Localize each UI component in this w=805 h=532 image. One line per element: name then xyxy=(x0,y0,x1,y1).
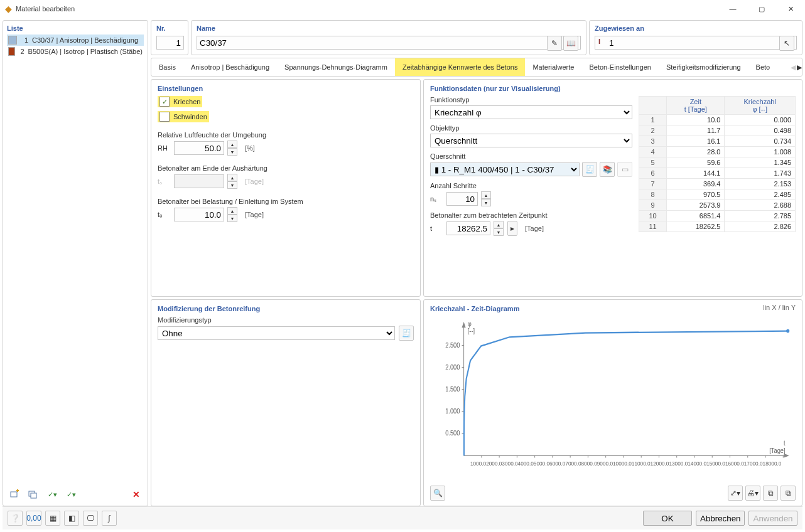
function-data-title: Funktionsdaten (nur zur Visualisierung) xyxy=(430,85,796,92)
swatch-icon xyxy=(8,36,17,45)
t-spinner[interactable]: ▲▼ xyxy=(494,221,504,236)
steps-label: Anzahl Schritte xyxy=(430,182,632,189)
otype-select[interactable]: Querschnitt xyxy=(430,134,632,147)
dialog-bottom-bar: ❔ 0,00 ▦ ◧ 🖵 ∫ OK Abbrechen Anwenden xyxy=(3,506,802,529)
rh-symbol: RH xyxy=(158,144,170,152)
delete-item-button[interactable]: ✕ xyxy=(129,487,144,502)
display-button[interactable]: 🖵 xyxy=(83,511,98,526)
t0-title: Betonalter bei Belastung / Einleitung im… xyxy=(158,198,414,205)
tab[interactable]: Beto xyxy=(748,58,778,76)
t-next-button[interactable]: ▸ xyxy=(507,221,517,236)
mod-type-label: Modifizierungstyp xyxy=(158,316,414,324)
ok-button[interactable]: OK xyxy=(643,511,692,526)
chart-print-button[interactable]: 🖨▾ xyxy=(745,486,760,501)
chart-export-1-button[interactable]: ⧉ xyxy=(763,486,778,501)
pick-assigned-button[interactable]: ↖ xyxy=(779,36,794,51)
assigned-input[interactable] xyxy=(595,36,797,50)
apply-button: Anwenden xyxy=(748,511,797,526)
chart-title: Kriechzahl - Zeit-Diagramm xyxy=(430,305,796,312)
ts-unit: [Tage] xyxy=(245,178,264,185)
list-item[interactable]: 1C30/37 | Anisotrop | Beschädigung xyxy=(7,35,144,46)
tab-scroll-right-icon[interactable]: ▶ xyxy=(797,63,802,72)
table-row: 92573.92.688 xyxy=(639,200,796,211)
new-item-button[interactable] xyxy=(7,487,22,502)
svg-marker-6 xyxy=(784,454,789,458)
mod-type-button[interactable]: 🧾 xyxy=(399,326,414,341)
table-row: 106851.42.785 xyxy=(639,211,796,221)
table-row: 428.01.008 xyxy=(639,147,796,157)
units-button[interactable]: 0,00 xyxy=(26,511,41,526)
cs-lib-button[interactable]: 📚 xyxy=(600,162,615,177)
t-input[interactable] xyxy=(446,221,490,235)
chart-export-2-button[interactable]: ⧉ xyxy=(781,486,796,501)
nr-input[interactable] xyxy=(156,36,184,50)
title-bar: ◆ Material bearbeiten — ▢ ✕ xyxy=(0,0,805,18)
view-button[interactable]: ◧ xyxy=(64,511,79,526)
assigned-icon: I xyxy=(598,38,600,45)
app-icon: ◆ xyxy=(5,4,12,14)
table-row: 1118262.52.826 xyxy=(639,221,796,232)
t-label: Betonalter zum betrachteten Zeitpunkt xyxy=(430,211,632,219)
library-button[interactable]: 📖 xyxy=(563,36,578,51)
steps-spinner[interactable]: ▲▼ xyxy=(481,191,491,206)
svg-text:φ: φ xyxy=(468,321,472,328)
script-button[interactable]: ∫ xyxy=(102,511,117,526)
cs-new-button[interactable]: ▭ xyxy=(617,162,632,177)
tab[interactable]: Spannungs-Dehnungs-Diagramm xyxy=(277,58,395,76)
check-button-1[interactable]: ✓▾ xyxy=(45,487,60,502)
shrink-label: Schwinden xyxy=(173,113,207,120)
ftype-select[interactable]: Kriechzahl φ xyxy=(430,105,632,119)
edit-name-button[interactable]: ✎ xyxy=(547,36,562,51)
chart-axis-toggle[interactable]: lin X / lin Y xyxy=(763,304,796,311)
list-item[interactable]: 2B500S(A) | Isotrop | Plastisch (Stäbe) xyxy=(7,46,144,57)
cs-props-button[interactable]: 🧾 xyxy=(582,162,597,177)
table-row: 6144.11.743 xyxy=(639,168,796,179)
t0-input[interactable] xyxy=(174,208,224,221)
steps-input[interactable] xyxy=(446,192,478,206)
rh-spinner[interactable]: ▲▼ xyxy=(227,141,237,156)
tab[interactable]: Steifigkeitsmodifizierung xyxy=(659,58,748,76)
svg-marker-5 xyxy=(462,322,466,327)
cs-select[interactable]: ▮ 1 - R_M1 400/450 | 1 - C30/37 xyxy=(430,162,580,176)
modification-panel: Modifizierung der Betonreifung Modifizie… xyxy=(151,299,421,506)
col-creep: Kriechzahlφ [--] xyxy=(725,97,796,115)
check-button-2[interactable]: ✓▾ xyxy=(63,487,78,502)
cancel-button[interactable]: Abbrechen xyxy=(696,511,745,526)
chart-axes-button[interactable]: ⤢▾ xyxy=(728,486,743,501)
list-heading: Liste xyxy=(7,24,144,32)
function-data-panel: Funktionsdaten (nur zur Visualisierung) … xyxy=(423,79,802,297)
chart-panel: Kriechzahl - Zeit-Diagramm lin X / lin Y… xyxy=(423,299,802,506)
t0-spinner[interactable]: ▲▼ xyxy=(227,207,237,222)
cs-label: Querschnitt xyxy=(430,152,632,160)
swatch-icon xyxy=(8,47,15,56)
tab[interactable]: Anisotrop | Beschädigung xyxy=(183,58,277,76)
copy-item-button[interactable] xyxy=(26,487,41,502)
maximize-button[interactable]: ▢ xyxy=(747,0,776,18)
tab-scroll-left-icon[interactable]: ◀ xyxy=(791,63,796,72)
nr-field-group: Nr. xyxy=(151,20,188,55)
creep-checkbox[interactable] xyxy=(159,97,170,107)
t-symbol: t xyxy=(430,225,443,232)
help-button[interactable]: ❔ xyxy=(8,511,23,526)
creep-label: Kriechen xyxy=(173,98,200,105)
mod-type-select[interactable]: Ohne xyxy=(158,326,395,340)
svg-point-40 xyxy=(786,329,789,333)
nr-label: Nr. xyxy=(156,24,183,32)
rh-input[interactable] xyxy=(174,141,224,155)
tab[interactable]: Zeitabhängige Kennwerte des Betons xyxy=(395,58,525,76)
close-button[interactable]: ✕ xyxy=(776,0,805,18)
minimize-button[interactable]: — xyxy=(718,0,747,18)
colors-button[interactable]: ▦ xyxy=(45,511,60,526)
table-row: 559.61.345 xyxy=(639,157,796,168)
t0-unit: [Tage] xyxy=(245,211,264,218)
chart-zoom-button[interactable]: 🔍 xyxy=(430,486,445,501)
svg-text:[--]: [--] xyxy=(468,327,475,335)
table-row: 316.10.734 xyxy=(639,136,796,147)
shrink-checkbox[interactable] xyxy=(159,112,170,122)
name-input[interactable] xyxy=(197,36,581,50)
tab-row: BasisAnisotrop | BeschädigungSpannungs-D… xyxy=(151,58,802,77)
tab[interactable]: Basis xyxy=(151,58,183,76)
tab[interactable]: Materialwerte xyxy=(525,58,581,76)
mod-title: Modifizierung der Betonreifung xyxy=(158,305,414,312)
tab[interactable]: Beton-Einstellungen xyxy=(581,58,658,76)
